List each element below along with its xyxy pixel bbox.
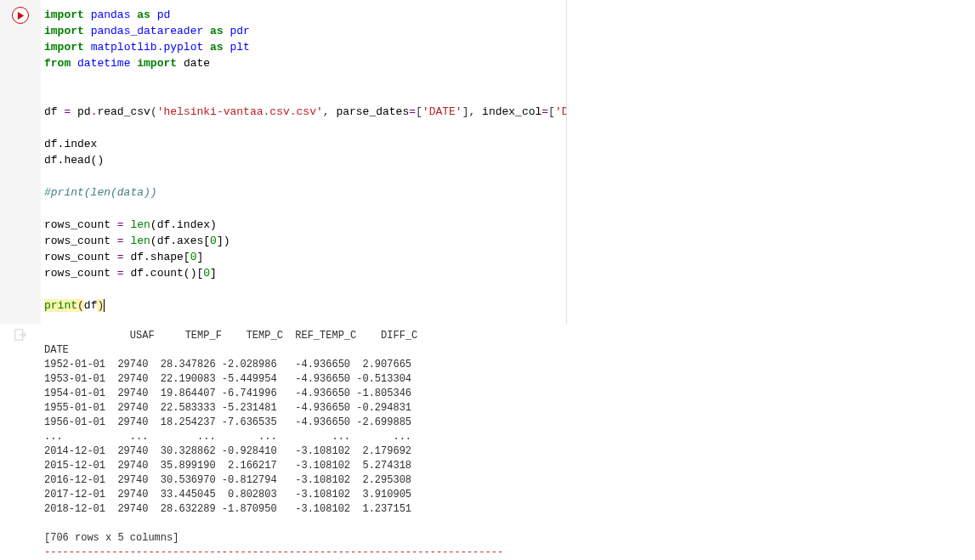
- code-builtin: len: [130, 218, 150, 231]
- code-num: 0: [210, 235, 217, 247]
- code-editor[interactable]: import pandas as pd import pandas_datare…: [41, 0, 567, 324]
- output-row: 1955-01-01 29740 22.583333 -5.231481 -4.…: [44, 402, 411, 414]
- code-op: =: [409, 105, 416, 118]
- code-op: =: [117, 218, 124, 231]
- code-rhs: df.count()[: [130, 267, 203, 280]
- output-gutter: [0, 324, 41, 560]
- output-index-label: DATE: [44, 344, 69, 356]
- code-expr: df.head(): [44, 154, 104, 167]
- output-row: 2014-12-01 29740 30.328862 -0.928410 -3.…: [44, 445, 411, 457]
- code-keyword: as: [210, 25, 224, 37]
- code-rhs: df.shape[: [130, 251, 190, 263]
- output-row: 2016-12-01 29740 30.536970 -0.812794 -3.…: [44, 474, 411, 486]
- output-separator: ----------------------------------------…: [44, 546, 503, 558]
- code-op: =: [541, 105, 548, 118]
- code-paren: ): [97, 299, 105, 312]
- code-arg: df: [84, 299, 98, 312]
- output-row: 1956-01-01 29740 18.254237 -7.636535 -4.…: [44, 416, 411, 428]
- code-op: =: [117, 235, 124, 247]
- code-keyword: import: [44, 25, 84, 37]
- code-var: df: [44, 105, 58, 118]
- output-row: 2015-12-01 29740 35.899190 2.166217 -3.1…: [44, 460, 411, 472]
- output-exit-icon[interactable]: [14, 329, 26, 341]
- code-builtin: len: [130, 235, 150, 247]
- code-paren: (: [150, 105, 157, 118]
- code-string: 'helsinki-vantaa.csv.csv': [157, 105, 323, 118]
- code-module: datetime: [77, 57, 130, 70]
- output-row: 2018-12-01 29740 28.632289 -1.870950 -3.…: [44, 503, 411, 515]
- code-close: ]: [210, 267, 217, 280]
- code-arg: index_col: [482, 105, 541, 118]
- code-num: 0: [203, 267, 210, 280]
- code-keyword: as: [137, 8, 150, 21]
- code-keyword: import: [44, 41, 84, 54]
- code-alias: plt: [230, 41, 249, 54]
- code-alias: pd: [157, 8, 171, 21]
- code-cell: import pandas as pd import pandas_datare…: [0, 0, 975, 324]
- code-alias: pdr: [230, 25, 249, 37]
- code-keyword: import: [44, 8, 84, 21]
- code-obj: pd: [77, 105, 91, 118]
- code-bracket: [: [548, 105, 555, 118]
- code-comma: ,: [323, 105, 330, 118]
- code-keyword: import: [137, 57, 177, 70]
- code-var: rows_count: [44, 267, 111, 280]
- code-fn: read_csv: [97, 105, 150, 118]
- code-string: 'DATE': [555, 105, 567, 118]
- code-builtin: print: [44, 299, 77, 312]
- code-args: (df.index): [150, 218, 217, 231]
- output-row: ... ... ... ... ... ...: [44, 431, 411, 443]
- code-string: 'DATE': [422, 105, 462, 118]
- output-row: 1954-01-01 29740 19.864407 -6.741996 -4.…: [44, 387, 411, 399]
- output-row: 1953-01-01 29740 22.190083 -5.449954 -4.…: [44, 373, 411, 385]
- code-module: pandas_datareader: [91, 25, 204, 37]
- cell-gutter: [0, 0, 41, 324]
- code-op: =: [117, 251, 124, 263]
- run-button[interactable]: [12, 7, 29, 24]
- code-close: ]): [217, 235, 230, 247]
- play-icon: [17, 12, 25, 20]
- output-row: 2017-12-01 29740 33.445045 0.802803 -3.1…: [44, 489, 411, 501]
- code-var: rows_count: [44, 251, 111, 263]
- code-expr: df.index: [44, 138, 97, 150]
- output-row: 1952-01-01 29740 28.347826 -2.028986 -4.…: [44, 359, 411, 371]
- code-var: rows_count: [44, 235, 111, 247]
- output-cell: USAF TEMP_F TEMP_C REF_TEMP_C DIFF_C DAT…: [0, 324, 975, 560]
- code-comma: ,: [468, 105, 475, 118]
- code-paren: (: [77, 299, 84, 312]
- code-close: ]: [196, 251, 203, 263]
- code-var: rows_count: [44, 218, 111, 231]
- code-bracket: [: [416, 105, 422, 118]
- output-summary: [706 rows x 5 columns]: [44, 532, 179, 544]
- code-op: =: [64, 105, 71, 118]
- code-keyword: as: [210, 41, 224, 54]
- code-comment: #print(len(data)): [44, 186, 157, 199]
- code-module: matplotlib.pyplot: [91, 41, 204, 54]
- code-op: =: [117, 267, 124, 280]
- output-text[interactable]: USAF TEMP_F TEMP_C REF_TEMP_C DIFF_C DAT…: [41, 324, 975, 560]
- code-name: date: [184, 57, 210, 70]
- code-module: pandas: [91, 8, 131, 21]
- editor-right-pane: [567, 0, 975, 324]
- code-args: (df.axes[: [150, 235, 210, 247]
- code-arg: parse_dates: [336, 105, 409, 118]
- output-header: USAF TEMP_F TEMP_C REF_TEMP_C DIFF_C: [44, 330, 417, 342]
- code-keyword: from: [44, 57, 71, 70]
